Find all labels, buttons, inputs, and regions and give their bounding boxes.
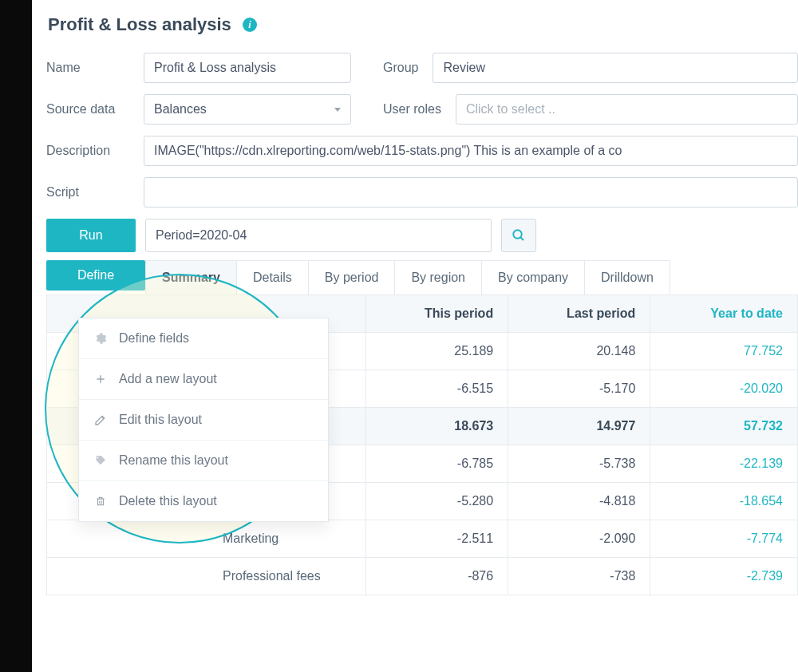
cell-this-period: 18.673	[366, 408, 508, 445]
user-roles-placeholder: Click to select ..	[466, 102, 555, 117]
col-header-this-period: This period	[366, 295, 508, 333]
define-dropdown: Define fields Add a new layout Edit this…	[78, 318, 329, 522]
svg-line-1	[520, 237, 523, 240]
cell-this-period: -6.515	[366, 370, 508, 408]
tab-summary[interactable]: Summary	[146, 261, 237, 294]
trash-icon	[93, 495, 108, 508]
tag-icon	[93, 454, 108, 467]
dropdown-edit-layout[interactable]: Edit this layout	[79, 400, 328, 441]
define-button[interactable]: Define	[46, 260, 145, 291]
tab-details[interactable]: Details	[237, 261, 309, 294]
cell-last-period: 20.148	[508, 333, 650, 370]
cell-last-period: 14.977	[508, 408, 650, 445]
source-data-value: Balances	[154, 102, 207, 117]
dropdown-label: Add a new layout	[119, 372, 217, 386]
description-input[interactable]	[144, 136, 798, 166]
cell-ytd: 77.752	[650, 333, 798, 370]
tab-by-company[interactable]: By company	[482, 261, 585, 294]
dropdown-label: Rename this layout	[119, 453, 228, 468]
tab-drilldown[interactable]: Drilldown	[585, 261, 670, 294]
label-group: Group	[383, 61, 418, 75]
name-input[interactable]	[144, 53, 351, 83]
edit-icon	[93, 413, 108, 426]
cell-this-period: -876	[366, 558, 508, 595]
cell-ytd: -20.020	[650, 370, 798, 408]
period-input[interactable]	[145, 219, 492, 252]
info-icon[interactable]: i	[243, 18, 257, 32]
col-header-last-period: Last period	[508, 295, 650, 333]
dropdown-label: Edit this layout	[119, 413, 202, 427]
tabs: Summary Details By period By region By c…	[145, 260, 670, 294]
dropdown-define-fields[interactable]: Define fields	[79, 318, 328, 359]
row-label: Marketing	[47, 520, 366, 558]
cell-ytd: -22.139	[650, 445, 798, 483]
search-button[interactable]	[501, 219, 536, 252]
cell-last-period: -738	[508, 558, 650, 595]
group-input[interactable]	[433, 53, 798, 83]
cell-last-period: -2.090	[508, 520, 650, 558]
search-icon	[512, 228, 526, 243]
dropdown-delete-layout[interactable]: Delete this layout	[79, 481, 328, 521]
dropdown-add-layout[interactable]: Add a new layout	[79, 359, 328, 400]
tab-by-period[interactable]: By period	[309, 261, 396, 294]
chevron-down-icon	[334, 108, 341, 112]
dropdown-label: Define fields	[119, 331, 189, 346]
cell-last-period: -5.738	[508, 445, 650, 483]
user-roles-select[interactable]: Click to select ..	[456, 94, 798, 125]
col-header-ytd: Year to date	[650, 295, 798, 333]
label-source-data: Source data	[46, 102, 144, 117]
gear-icon	[93, 332, 108, 345]
cell-last-period: -5.170	[508, 370, 650, 408]
row-label: Professional fees	[47, 558, 366, 595]
tab-by-region[interactable]: By region	[395, 261, 482, 294]
dropdown-label: Delete this layout	[119, 494, 217, 508]
svg-point-0	[513, 230, 522, 239]
cell-ytd: -7.774	[650, 520, 798, 558]
cell-this-period: -6.785	[366, 445, 508, 483]
plus-icon	[93, 374, 108, 385]
label-description: Description	[46, 144, 144, 158]
cell-this-period: 25.189	[366, 333, 508, 370]
label-user-roles: User roles	[383, 102, 441, 117]
table-row: Marketing-2.511-2.090-7.774	[47, 520, 798, 558]
script-input[interactable]	[144, 177, 798, 208]
cell-this-period: -2.511	[366, 520, 508, 558]
cell-ytd: 57.732	[650, 408, 798, 445]
cell-this-period: -5.280	[366, 483, 508, 520]
run-button[interactable]: Run	[46, 219, 136, 252]
cell-ytd: -2.739	[650, 558, 798, 595]
dropdown-rename-layout[interactable]: Rename this layout	[79, 441, 328, 481]
label-script: Script	[46, 185, 144, 200]
source-data-select[interactable]: Balances	[144, 94, 351, 125]
label-name: Name	[46, 61, 144, 75]
table-row: Professional fees-876-738-2.739	[47, 558, 798, 595]
page-title: Profit & Loss analysis	[48, 14, 231, 35]
cell-ytd: -18.654	[650, 483, 798, 520]
cell-last-period: -4.818	[508, 483, 650, 520]
